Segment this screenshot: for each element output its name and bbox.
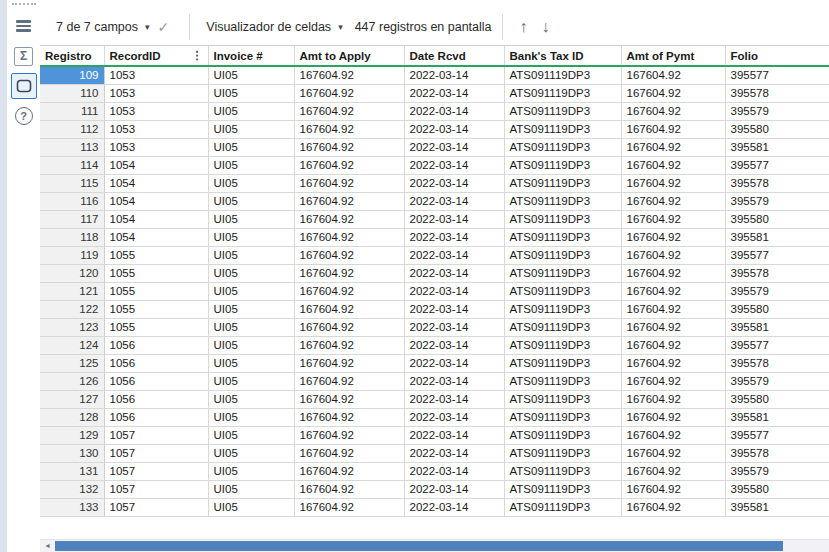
data-cell[interactable]: 2022-03-14 — [404, 480, 504, 498]
data-cell[interactable]: ATS091119DP3 — [504, 336, 621, 354]
fields-dropdown[interactable]: 7 de 7 campos ▾ — [50, 16, 156, 38]
data-cell[interactable]: 1057 — [104, 480, 208, 498]
row-number-cell[interactable]: 113 — [40, 138, 104, 156]
data-cell[interactable]: ATS091119DP3 — [504, 390, 621, 408]
data-cell[interactable]: ATS091119DP3 — [504, 462, 621, 480]
data-cell[interactable]: ATS091119DP3 — [504, 408, 621, 426]
column-header[interactable]: Amt of Pymt — [621, 46, 725, 66]
data-cell[interactable]: ATS091119DP3 — [504, 138, 621, 156]
data-cell[interactable]: 2022-03-14 — [404, 246, 504, 264]
row-number-cell[interactable]: 120 — [40, 264, 104, 282]
data-cell[interactable]: ATS091119DP3 — [504, 174, 621, 192]
data-cell[interactable]: ATS091119DP3 — [504, 318, 621, 336]
column-header[interactable]: Folio — [725, 46, 829, 66]
data-cell[interactable]: UI05 — [208, 498, 294, 516]
data-cell[interactable]: ATS091119DP3 — [504, 300, 621, 318]
data-cell[interactable]: 2022-03-14 — [404, 120, 504, 138]
data-cell[interactable]: ATS091119DP3 — [504, 228, 621, 246]
data-cell[interactable]: 167604.92 — [294, 336, 404, 354]
data-cell[interactable]: 395578 — [725, 174, 829, 192]
data-cell[interactable]: UI05 — [208, 300, 294, 318]
data-cell[interactable]: ATS091119DP3 — [504, 156, 621, 174]
data-cell[interactable]: UI05 — [208, 228, 294, 246]
data-cell[interactable]: UI05 — [208, 120, 294, 138]
data-cell[interactable]: 167604.92 — [294, 66, 404, 84]
row-number-cell[interactable]: 125 — [40, 354, 104, 372]
data-cell[interactable]: 1057 — [104, 444, 208, 462]
data-cell[interactable]: 167604.92 — [294, 462, 404, 480]
column-menu-icon[interactable]: ⋮ — [192, 49, 203, 62]
data-cell[interactable]: 167604.92 — [294, 372, 404, 390]
data-cell[interactable]: 167604.92 — [294, 282, 404, 300]
data-cell[interactable]: ATS091119DP3 — [504, 192, 621, 210]
data-cell[interactable]: 167604.92 — [294, 174, 404, 192]
data-cell[interactable]: UI05 — [208, 390, 294, 408]
data-cell[interactable]: 167604.92 — [621, 336, 725, 354]
data-cell[interactable]: UI05 — [208, 336, 294, 354]
data-cell[interactable]: 167604.92 — [621, 120, 725, 138]
data-cell[interactable]: 167604.92 — [621, 282, 725, 300]
data-cell[interactable]: UI05 — [208, 462, 294, 480]
data-cell[interactable]: UI05 — [208, 426, 294, 444]
data-cell[interactable]: 395578 — [725, 354, 829, 372]
data-cell[interactable]: UI05 — [208, 282, 294, 300]
table-view-icon[interactable] — [11, 13, 37, 39]
data-cell[interactable]: 167604.92 — [294, 102, 404, 120]
column-header[interactable]: Date Rcvd — [404, 46, 504, 66]
data-cell[interactable]: 395580 — [725, 390, 829, 408]
data-cell[interactable]: UI05 — [208, 66, 294, 84]
row-number-cell[interactable]: 122 — [40, 300, 104, 318]
data-cell[interactable]: 167604.92 — [294, 246, 404, 264]
data-cell[interactable]: 395581 — [725, 408, 829, 426]
data-cell[interactable]: UI05 — [208, 138, 294, 156]
data-cell[interactable]: 167604.92 — [621, 426, 725, 444]
data-cell[interactable]: UI05 — [208, 264, 294, 282]
data-cell[interactable]: 167604.92 — [621, 192, 725, 210]
row-number-cell[interactable]: 110 — [40, 84, 104, 102]
data-cell[interactable]: UI05 — [208, 444, 294, 462]
data-cell[interactable]: 1055 — [104, 264, 208, 282]
scroll-left-button[interactable]: ◂ — [40, 540, 55, 552]
data-cell[interactable]: 1055 — [104, 246, 208, 264]
data-cell[interactable]: 1055 — [104, 318, 208, 336]
data-cell[interactable]: 167604.92 — [294, 354, 404, 372]
row-number-cell[interactable]: 121 — [40, 282, 104, 300]
data-cell[interactable]: 167604.92 — [621, 210, 725, 228]
data-cell[interactable]: 395579 — [725, 282, 829, 300]
row-number-cell[interactable]: 117 — [40, 210, 104, 228]
data-cell[interactable]: 167604.92 — [621, 264, 725, 282]
data-cell[interactable]: ATS091119DP3 — [504, 120, 621, 138]
cell-viewer-icon[interactable] — [11, 73, 37, 99]
data-cell[interactable]: 395580 — [725, 480, 829, 498]
data-cell[interactable]: ATS091119DP3 — [504, 66, 621, 84]
column-header[interactable]: Amt to Apply — [294, 46, 404, 66]
data-cell[interactable]: 2022-03-14 — [404, 372, 504, 390]
data-cell[interactable]: 2022-03-14 — [404, 66, 504, 84]
data-cell[interactable]: 167604.92 — [621, 390, 725, 408]
data-cell[interactable]: 167604.92 — [294, 444, 404, 462]
data-cell[interactable]: 167604.92 — [294, 156, 404, 174]
data-cell[interactable]: 167604.92 — [621, 156, 725, 174]
data-cell[interactable]: 395578 — [725, 84, 829, 102]
data-cell[interactable]: 167604.92 — [621, 102, 725, 120]
data-cell[interactable]: 167604.92 — [294, 192, 404, 210]
data-cell[interactable]: 167604.92 — [621, 480, 725, 498]
data-cell[interactable]: 395581 — [725, 228, 829, 246]
data-cell[interactable]: 395581 — [725, 138, 829, 156]
data-cell[interactable]: 395577 — [725, 336, 829, 354]
data-cell[interactable]: UI05 — [208, 408, 294, 426]
row-number-cell[interactable]: 114 — [40, 156, 104, 174]
data-cell[interactable]: 167604.92 — [294, 300, 404, 318]
data-cell[interactable]: 2022-03-14 — [404, 210, 504, 228]
data-cell[interactable]: 395577 — [725, 426, 829, 444]
data-cell[interactable]: 167604.92 — [294, 228, 404, 246]
data-cell[interactable]: 395580 — [725, 210, 829, 228]
data-cell[interactable]: 167604.92 — [294, 408, 404, 426]
data-cell[interactable]: UI05 — [208, 246, 294, 264]
row-number-cell[interactable]: 129 — [40, 426, 104, 444]
data-cell[interactable]: 1056 — [104, 336, 208, 354]
data-cell[interactable]: 167604.92 — [621, 300, 725, 318]
previous-record-button[interactable]: ↑ — [513, 16, 535, 38]
data-cell[interactable]: 395577 — [725, 246, 829, 264]
data-cell[interactable]: 2022-03-14 — [404, 498, 504, 516]
